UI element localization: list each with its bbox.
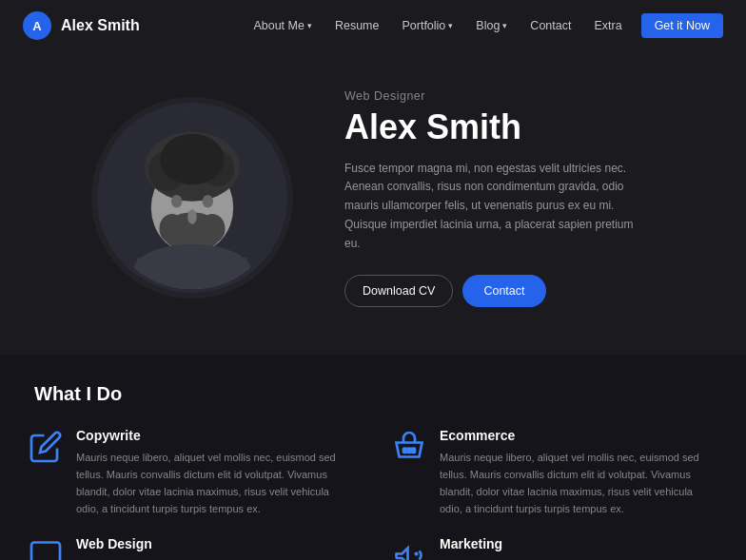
- download-cv-button[interactable]: Download CV: [344, 275, 453, 307]
- nav-links: About Me ▾ Resume Portfolio ▾ Blog ▾ Con…: [244, 13, 723, 38]
- service-copywrite: Copywrite Mauris neque libero, aliquet v…: [29, 428, 354, 518]
- hero-content: Web Designer Alex Smith Fusce tempor mag…: [344, 89, 649, 307]
- svg-point-8: [171, 195, 183, 207]
- avatar-image: [101, 106, 284, 289]
- chevron-down-icon: ▾: [307, 21, 312, 30]
- nav-about[interactable]: About Me ▾: [244, 13, 322, 38]
- service-copywrite-title: Copywrite: [76, 428, 354, 443]
- brand-name: Alex Smith: [61, 17, 140, 34]
- nav-resume[interactable]: Resume: [325, 13, 389, 38]
- nav-contact[interactable]: Contact: [520, 13, 580, 38]
- nav-logo-initial: A: [32, 19, 41, 33]
- service-copywrite-body: Copywrite Mauris neque libero, aliquet v…: [76, 428, 354, 518]
- svg-rect-18: [412, 448, 415, 453]
- service-ecommerce-desc: Mauris neque libero, aliquet vel mollis …: [440, 449, 717, 518]
- service-marketing-title: Marketing: [440, 536, 717, 551]
- nav-logo: A: [23, 11, 51, 40]
- service-web-design: Web Design Mauris neque libero, aliquet …: [29, 536, 354, 560]
- service-web-design-title: Web Design: [76, 536, 354, 551]
- svg-point-15: [187, 210, 197, 224]
- shop-icon: [392, 430, 426, 464]
- service-marketing: Marketing Mauris neque libero, aliquet v…: [392, 536, 717, 560]
- hero-section: Web Designer Alex Smith Fusce tempor mag…: [0, 51, 746, 355]
- nav-brand: A Alex Smith: [23, 11, 140, 40]
- what-i-do-section: What I Do Copywrite Mauris neque libero,…: [0, 355, 746, 560]
- chevron-down-icon: ▾: [502, 21, 507, 30]
- nav-extra[interactable]: Extra: [584, 13, 631, 38]
- hero-buttons: Download CV Contact: [344, 275, 649, 307]
- svg-point-11: [159, 214, 185, 243]
- service-marketing-body: Marketing Mauris neque libero, aliquet v…: [440, 536, 717, 560]
- nav-portfolio[interactable]: Portfolio ▾: [392, 13, 462, 38]
- nav-cta-button[interactable]: Get it Now: [641, 13, 723, 38]
- service-web-design-body: Web Design Mauris neque libero, aliquet …: [76, 536, 354, 560]
- megaphone-icon: [392, 538, 426, 560]
- chevron-down-icon: ▾: [448, 21, 453, 30]
- navbar: A Alex Smith About Me ▾ Resume Portfolio…: [0, 0, 746, 51]
- hero-name: Alex Smith: [344, 108, 649, 146]
- svg-point-22: [416, 553, 418, 555]
- contact-button[interactable]: Contact: [462, 275, 545, 307]
- services-grid: Copywrite Mauris neque libero, aliquet v…: [29, 428, 717, 560]
- svg-rect-17: [408, 448, 411, 453]
- avatar-svg: [101, 106, 284, 289]
- svg-rect-14: [137, 258, 246, 285]
- service-ecommerce-body: Ecommerce Mauris neque libero, aliquet v…: [440, 428, 717, 518]
- svg-rect-19: [31, 543, 60, 560]
- svg-point-7: [160, 134, 224, 185]
- what-i-do-title: What I Do: [29, 383, 717, 405]
- service-ecommerce-title: Ecommerce: [440, 428, 717, 443]
- service-copywrite-desc: Mauris neque libero, aliquet vel mollis …: [76, 449, 354, 518]
- pencil-icon: [29, 430, 63, 464]
- svg-point-9: [203, 195, 214, 207]
- avatar: [97, 103, 287, 293]
- hero-subtitle: Web Designer: [344, 89, 649, 103]
- monitor-icon: [29, 538, 63, 560]
- svg-point-12: [200, 214, 226, 243]
- hero-description: Fusce tempor magna mi, non egestas velit…: [344, 160, 649, 254]
- service-ecommerce: Ecommerce Mauris neque libero, aliquet v…: [392, 428, 717, 518]
- nav-blog[interactable]: Blog ▾: [466, 13, 517, 38]
- svg-rect-16: [403, 448, 406, 453]
